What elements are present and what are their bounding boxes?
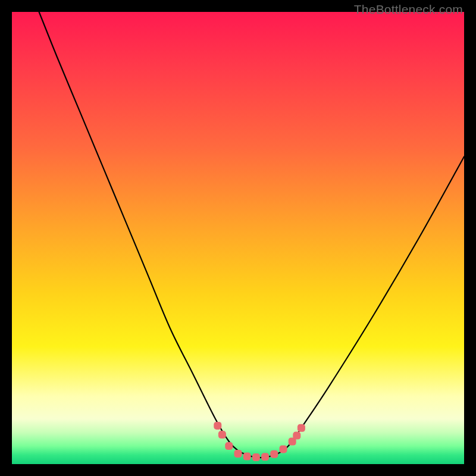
data-marker: [280, 445, 287, 453]
data-marker: [218, 431, 226, 439]
data-marker: [214, 422, 221, 430]
data-marker: [270, 450, 278, 458]
data-marker: [234, 450, 242, 458]
outer-frame: TheBottleneck.com: [0, 0, 476, 476]
chart-svg: [12, 12, 464, 464]
data-marker: [261, 453, 269, 461]
data-marker: [293, 432, 300, 440]
bottleneck-curve: [39, 12, 464, 458]
marker-group: [214, 422, 305, 461]
data-marker: [225, 442, 233, 450]
data-marker: [298, 424, 305, 432]
data-marker: [252, 453, 260, 461]
data-marker: [243, 453, 251, 461]
